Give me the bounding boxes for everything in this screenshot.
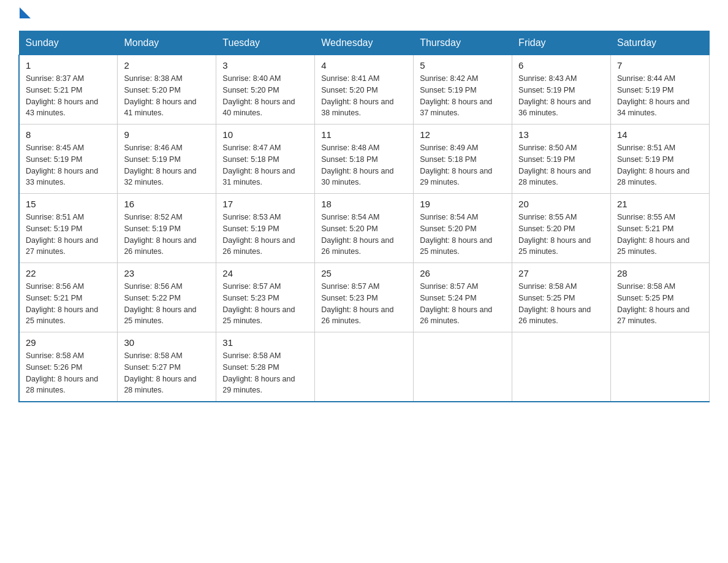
- calendar-cell: 27 Sunrise: 8:58 AM Sunset: 5:25 PM Dayl…: [512, 263, 611, 332]
- day-number: 11: [321, 129, 407, 140]
- day-header-monday: Monday: [118, 31, 216, 55]
- calendar-cell: 4 Sunrise: 8:41 AM Sunset: 5:20 PM Dayli…: [315, 55, 414, 124]
- calendar-cell: 18 Sunrise: 8:54 AM Sunset: 5:20 PM Dayl…: [315, 194, 414, 263]
- day-number: 7: [617, 60, 703, 71]
- day-number: 31: [222, 337, 308, 348]
- day-number: 18: [321, 199, 407, 209]
- calendar-table: SundayMondayTuesdayWednesdayThursdayFrid…: [18, 31, 710, 402]
- calendar-cell: 10 Sunrise: 8:47 AM Sunset: 5:18 PM Dayl…: [216, 124, 315, 194]
- day-info: Sunrise: 8:54 AM Sunset: 5:20 PM Dayligh…: [420, 212, 506, 258]
- day-info: Sunrise: 8:58 AM Sunset: 5:25 PM Dayligh…: [518, 281, 604, 327]
- week-row-5: 29 Sunrise: 8:58 AM Sunset: 5:26 PM Dayl…: [19, 332, 710, 402]
- day-number: 25: [321, 268, 407, 278]
- day-info: Sunrise: 8:47 AM Sunset: 5:18 PM Dayligh…: [222, 142, 308, 188]
- day-number: 23: [124, 268, 210, 278]
- logo-triangle-icon: [20, 7, 31, 18]
- day-header-friday: Friday: [512, 31, 611, 55]
- calendar-cell: 3 Sunrise: 8:40 AM Sunset: 5:20 PM Dayli…: [216, 55, 315, 124]
- day-number: 12: [420, 129, 506, 140]
- day-number: 13: [518, 129, 604, 140]
- day-number: 30: [124, 337, 210, 348]
- calendar-cell: 6 Sunrise: 8:43 AM Sunset: 5:19 PM Dayli…: [512, 55, 611, 124]
- calendar-cell: 19 Sunrise: 8:54 AM Sunset: 5:20 PM Dayl…: [414, 194, 512, 263]
- day-info: Sunrise: 8:54 AM Sunset: 5:20 PM Dayligh…: [321, 212, 407, 258]
- calendar-cell: 25 Sunrise: 8:57 AM Sunset: 5:23 PM Dayl…: [315, 263, 414, 332]
- calendar-cell: 7 Sunrise: 8:44 AM Sunset: 5:19 PM Dayli…: [611, 55, 710, 124]
- day-info: Sunrise: 8:46 AM Sunset: 5:19 PM Dayligh…: [124, 142, 210, 188]
- day-info: Sunrise: 8:56 AM Sunset: 5:21 PM Dayligh…: [26, 281, 111, 327]
- calendar-cell: [414, 332, 512, 402]
- day-header-sunday: Sunday: [19, 31, 118, 55]
- calendar-cell: 15 Sunrise: 8:51 AM Sunset: 5:19 PM Dayl…: [19, 194, 118, 263]
- day-info: Sunrise: 8:50 AM Sunset: 5:19 PM Dayligh…: [518, 142, 604, 188]
- calendar-cell: 22 Sunrise: 8:56 AM Sunset: 5:21 PM Dayl…: [19, 263, 118, 332]
- day-number: 19: [420, 199, 506, 209]
- day-header-wednesday: Wednesday: [315, 31, 414, 55]
- calendar-cell: 28 Sunrise: 8:58 AM Sunset: 5:25 PM Dayl…: [611, 263, 710, 332]
- day-number: 4: [321, 60, 407, 71]
- calendar-cell: 17 Sunrise: 8:53 AM Sunset: 5:19 PM Dayl…: [216, 194, 315, 263]
- calendar-header: SundayMondayTuesdayWednesdayThursdayFrid…: [19, 31, 710, 55]
- logo: [18, 12, 31, 18]
- day-info: Sunrise: 8:51 AM Sunset: 5:19 PM Dayligh…: [617, 142, 703, 188]
- day-number: 27: [518, 268, 604, 278]
- calendar-cell: [315, 332, 414, 402]
- day-number: 9: [124, 129, 210, 140]
- day-info: Sunrise: 8:51 AM Sunset: 5:19 PM Dayligh…: [26, 212, 111, 258]
- day-number: 3: [222, 60, 308, 71]
- calendar-cell: 26 Sunrise: 8:57 AM Sunset: 5:24 PM Dayl…: [414, 263, 512, 332]
- day-info: Sunrise: 8:56 AM Sunset: 5:22 PM Dayligh…: [124, 281, 210, 327]
- calendar-cell: 1 Sunrise: 8:37 AM Sunset: 5:21 PM Dayli…: [19, 55, 118, 124]
- day-info: Sunrise: 8:58 AM Sunset: 5:28 PM Dayligh…: [222, 350, 308, 396]
- day-number: 14: [617, 129, 703, 140]
- calendar-cell: 5 Sunrise: 8:42 AM Sunset: 5:19 PM Dayli…: [414, 55, 512, 124]
- day-info: Sunrise: 8:42 AM Sunset: 5:19 PM Dayligh…: [420, 73, 506, 119]
- day-number: 20: [518, 199, 604, 209]
- day-header-thursday: Thursday: [414, 31, 512, 55]
- day-info: Sunrise: 8:52 AM Sunset: 5:19 PM Dayligh…: [124, 212, 210, 258]
- day-info: Sunrise: 8:55 AM Sunset: 5:20 PM Dayligh…: [518, 212, 604, 258]
- day-number: 6: [518, 60, 604, 71]
- day-info: Sunrise: 8:58 AM Sunset: 5:26 PM Dayligh…: [26, 350, 111, 396]
- calendar-cell: 16 Sunrise: 8:52 AM Sunset: 5:19 PM Dayl…: [118, 194, 216, 263]
- calendar-cell: 31 Sunrise: 8:58 AM Sunset: 5:28 PM Dayl…: [216, 332, 315, 402]
- day-number: 5: [420, 60, 506, 71]
- calendar-cell: 20 Sunrise: 8:55 AM Sunset: 5:20 PM Dayl…: [512, 194, 611, 263]
- day-info: Sunrise: 8:40 AM Sunset: 5:20 PM Dayligh…: [222, 73, 308, 119]
- day-info: Sunrise: 8:53 AM Sunset: 5:19 PM Dayligh…: [222, 212, 308, 258]
- calendar-cell: 24 Sunrise: 8:57 AM Sunset: 5:23 PM Dayl…: [216, 263, 315, 332]
- day-info: Sunrise: 8:37 AM Sunset: 5:21 PM Dayligh…: [26, 73, 111, 119]
- calendar-cell: 13 Sunrise: 8:50 AM Sunset: 5:19 PM Dayl…: [512, 124, 611, 194]
- day-info: Sunrise: 8:58 AM Sunset: 5:25 PM Dayligh…: [617, 281, 703, 327]
- day-number: 29: [26, 337, 111, 348]
- calendar-cell: 9 Sunrise: 8:46 AM Sunset: 5:19 PM Dayli…: [118, 124, 216, 194]
- calendar-body: 1 Sunrise: 8:37 AM Sunset: 5:21 PM Dayli…: [19, 55, 710, 402]
- day-number: 28: [617, 268, 703, 278]
- day-number: 1: [26, 60, 111, 71]
- day-header-saturday: Saturday: [611, 31, 710, 55]
- calendar-cell: 12 Sunrise: 8:49 AM Sunset: 5:18 PM Dayl…: [414, 124, 512, 194]
- day-header-tuesday: Tuesday: [216, 31, 315, 55]
- day-info: Sunrise: 8:45 AM Sunset: 5:19 PM Dayligh…: [26, 142, 111, 188]
- week-row-4: 22 Sunrise: 8:56 AM Sunset: 5:21 PM Dayl…: [19, 263, 710, 332]
- day-number: 10: [222, 129, 308, 140]
- calendar-cell: 29 Sunrise: 8:58 AM Sunset: 5:26 PM Dayl…: [19, 332, 118, 402]
- week-row-3: 15 Sunrise: 8:51 AM Sunset: 5:19 PM Dayl…: [19, 194, 710, 263]
- calendar-cell: 23 Sunrise: 8:56 AM Sunset: 5:22 PM Dayl…: [118, 263, 216, 332]
- calendar-cell: [512, 332, 611, 402]
- day-info: Sunrise: 8:48 AM Sunset: 5:18 PM Dayligh…: [321, 142, 407, 188]
- calendar-cell: 8 Sunrise: 8:45 AM Sunset: 5:19 PM Dayli…: [19, 124, 118, 194]
- day-number: 22: [26, 268, 111, 278]
- calendar-cell: 11 Sunrise: 8:48 AM Sunset: 5:18 PM Dayl…: [315, 124, 414, 194]
- day-number: 2: [124, 60, 210, 71]
- day-number: 17: [222, 199, 308, 209]
- calendar-cell: 14 Sunrise: 8:51 AM Sunset: 5:19 PM Dayl…: [611, 124, 710, 194]
- day-info: Sunrise: 8:49 AM Sunset: 5:18 PM Dayligh…: [420, 142, 506, 188]
- day-number: 24: [222, 268, 308, 278]
- calendar-cell: 2 Sunrise: 8:38 AM Sunset: 5:20 PM Dayli…: [118, 55, 216, 124]
- day-info: Sunrise: 8:58 AM Sunset: 5:27 PM Dayligh…: [124, 350, 210, 396]
- day-info: Sunrise: 8:44 AM Sunset: 5:19 PM Dayligh…: [617, 73, 703, 119]
- day-number: 16: [124, 199, 210, 209]
- day-number: 15: [26, 199, 111, 209]
- week-row-2: 8 Sunrise: 8:45 AM Sunset: 5:19 PM Dayli…: [19, 124, 710, 194]
